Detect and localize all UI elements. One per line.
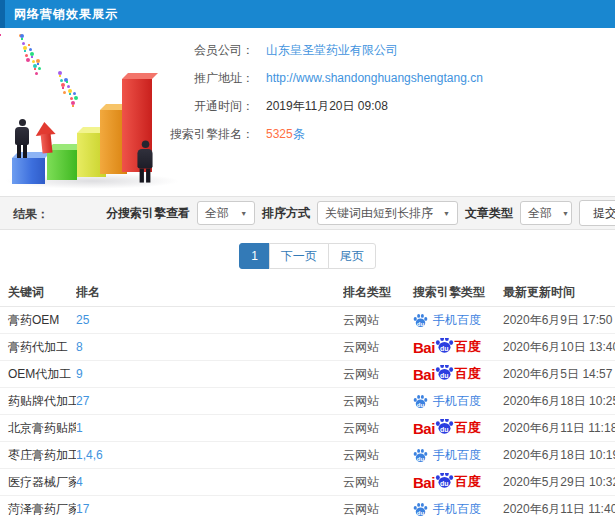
header-keyword: 关键词 xyxy=(0,284,76,301)
company-info-fields: 会员公司： 山东皇圣堂药业有限公司 推广地址： http://www.shand… xyxy=(162,36,615,148)
engine-cell: du手机百度 xyxy=(405,393,497,410)
open-time-value: 2019年11月20日 09:08 xyxy=(266,98,388,115)
rank-link[interactable]: 9 xyxy=(76,367,83,381)
pagination: 1 下一页 尾页 xyxy=(0,243,615,269)
baidu-logo: Baidu百度 xyxy=(413,365,481,383)
keyword-cell: 医疗器械厂家 xyxy=(0,474,76,491)
table-row: 医疗器械厂家4云网站Baidu百度2020年5月29日 10:32 xyxy=(0,469,615,496)
engine-cell: Baidu百度 xyxy=(405,419,497,437)
page-1-button[interactable]: 1 xyxy=(239,243,270,269)
company-link[interactable]: 山东皇圣堂药业有限公司 xyxy=(266,42,398,59)
keyword-cell: 药贴牌代加工 xyxy=(0,393,76,410)
mobile-baidu-label: 手机百度 xyxy=(433,312,481,329)
result-label: 结果： xyxy=(13,206,49,223)
engine-filter-value: 全部 xyxy=(205,205,229,222)
rank-type-cell: 云网站 xyxy=(343,339,405,356)
rank-type-cell: 云网站 xyxy=(343,393,405,410)
mobile-baidu-logo: du手机百度 xyxy=(413,312,481,329)
next-page-button[interactable]: 下一页 xyxy=(269,243,329,269)
engine-cell: du手机百度 xyxy=(405,447,497,464)
chevron-down-icon: ▼ xyxy=(562,210,569,217)
engine-filter-label: 分搜索引擎查看 xyxy=(106,205,190,222)
up-arrow-icon xyxy=(34,121,57,155)
table-row: OEM代加工9云网站Baidu百度2020年6月5日 14:57 xyxy=(0,361,615,388)
baidu-logo: Baidu百度 xyxy=(413,338,481,356)
engine-cell: Baidu百度 xyxy=(405,473,497,491)
rank-type-cell: 云网站 xyxy=(343,501,405,518)
results-table: 关键词 排名 排名类型 搜索引擎类型 最新更新时间 膏药OEM25云网站du手机… xyxy=(0,278,615,520)
engine-rank-label: 搜索引擎排名： xyxy=(162,126,254,143)
baidu-logo: Baidu百度 xyxy=(413,419,481,437)
rank-link[interactable]: 8 xyxy=(76,340,83,354)
filter-bar: 结果： 分搜索引擎查看 全部 ▼ 排序方式 关键词由短到长排序 ▼ 文章类型 全… xyxy=(0,196,615,230)
rank-type-cell: 云网站 xyxy=(343,312,405,329)
keyword-cell: 膏药OEM xyxy=(0,312,76,329)
mobile-baidu-label: 手机百度 xyxy=(433,501,481,518)
engine-rank-count: 5325 xyxy=(266,127,293,141)
table-header-row: 关键词 排名 排名类型 搜索引擎类型 最新更新时间 xyxy=(0,278,615,307)
keyword-cell: 膏药代加工 xyxy=(0,339,76,356)
updated-cell: 2020年5月29日 10:32 xyxy=(497,474,615,491)
rank-link[interactable]: 1 xyxy=(76,421,83,435)
mobile-baidu-label: 手机百度 xyxy=(433,393,481,410)
rank-link[interactable]: 4 xyxy=(76,475,83,489)
table-row: 枣庄膏药加工1,4,6云网站du手机百度2020年6月18日 10:19 xyxy=(0,442,615,469)
header-rank: 排名 xyxy=(76,284,343,301)
engine-filter-select[interactable]: 全部 ▼ xyxy=(197,201,255,225)
rank-type-cell: 云网站 xyxy=(343,447,405,464)
updated-cell: 2020年6月11日 11:18 xyxy=(497,420,615,437)
engine-rank-unit-link[interactable]: 条 xyxy=(293,126,305,143)
rank-type-cell: 云网站 xyxy=(343,474,405,491)
filter-controls: 分搜索引擎查看 全部 ▼ 排序方式 关键词由短到长排序 ▼ 文章类型 全部 ▼ … xyxy=(106,197,615,229)
sort-filter-label: 排序方式 xyxy=(262,205,310,222)
rank-link[interactable]: 27 xyxy=(76,394,89,408)
header-engine-type: 搜索引擎类型 xyxy=(405,284,497,301)
updated-cell: 2020年6月9日 17:50 xyxy=(497,312,615,329)
table-row: 北京膏药贴牌1云网站Baidu百度2020年6月11日 11:18 xyxy=(0,415,615,442)
sort-filter-select[interactable]: 关键词由短到长排序 ▼ xyxy=(317,201,458,225)
promo-url-link[interactable]: http://www.shandonghuangshengtang.cn xyxy=(266,71,483,85)
rank-link[interactable]: 25 xyxy=(76,313,89,327)
mobile-baidu-label: 手机百度 xyxy=(433,447,481,464)
table-row: 药贴牌代加工27云网站du手机百度2020年6月18日 10:25 xyxy=(0,388,615,415)
table-row: 膏药OEM25云网站du手机百度2020年6月9日 17:50 xyxy=(0,307,615,334)
engine-cell: du手机百度 xyxy=(405,501,497,518)
field-promo-url: 推广地址： http://www.shandonghuangshengtang.… xyxy=(162,64,615,92)
header-accent-strip xyxy=(0,0,5,28)
engine-cell: Baidu百度 xyxy=(405,365,497,383)
table-row: 菏泽膏药厂家17云网站du手机百度2020年6月11日 11:40 xyxy=(0,496,615,520)
businessman-figure-left xyxy=(15,119,29,158)
updated-cell: 2020年6月10日 13:40 xyxy=(497,339,615,356)
updated-cell: 2020年6月5日 14:57 xyxy=(497,366,615,383)
page: 网络营销效果展示 会员公司： 山东皇 xyxy=(0,0,615,520)
businessman-figure-right xyxy=(137,140,152,182)
keyword-cell: OEM代加工 xyxy=(0,366,76,383)
updated-cell: 2020年6月18日 10:19 xyxy=(497,447,615,464)
rank-type-cell: 云网站 xyxy=(343,366,405,383)
mobile-baidu-logo: du手机百度 xyxy=(413,447,481,464)
rank-type-cell: 云网站 xyxy=(343,420,405,437)
baidu-logo: Baidu百度 xyxy=(413,473,481,491)
rank-link[interactable]: 1,4,6 xyxy=(76,448,103,462)
rank-link[interactable]: 17 xyxy=(76,502,89,516)
info-section: 会员公司： 山东皇圣堂药业有限公司 推广地址： http://www.shand… xyxy=(0,28,615,196)
updated-cell: 2020年6月11日 11:40 xyxy=(497,501,615,518)
engine-cell: Baidu百度 xyxy=(405,338,497,356)
header-updated: 最新更新时间 xyxy=(497,284,615,301)
article-type-select[interactable]: 全部 ▼ xyxy=(520,201,572,225)
submit-button[interactable]: 提交 xyxy=(579,200,615,226)
article-type-value: 全部 xyxy=(528,205,552,222)
header-bar: 网络营销效果展示 xyxy=(0,0,615,28)
chevron-down-icon: ▼ xyxy=(443,210,450,217)
chevron-down-icon: ▼ xyxy=(240,210,247,217)
mobile-baidu-logo: du手机百度 xyxy=(413,501,481,518)
field-engine-rank: 搜索引擎排名： 5325 条 xyxy=(162,120,615,148)
mobile-baidu-logo: du手机百度 xyxy=(413,393,481,410)
updated-cell: 2020年6月18日 10:25 xyxy=(497,393,615,410)
last-page-button[interactable]: 尾页 xyxy=(328,243,376,269)
keyword-cell: 北京膏药贴牌 xyxy=(0,420,76,437)
company-label: 会员公司： xyxy=(162,42,254,59)
chart-bar-blue xyxy=(12,158,45,184)
keyword-cell: 菏泽膏药厂家 xyxy=(0,501,76,518)
field-open-time: 开通时间： 2019年11月20日 09:08 xyxy=(162,92,615,120)
